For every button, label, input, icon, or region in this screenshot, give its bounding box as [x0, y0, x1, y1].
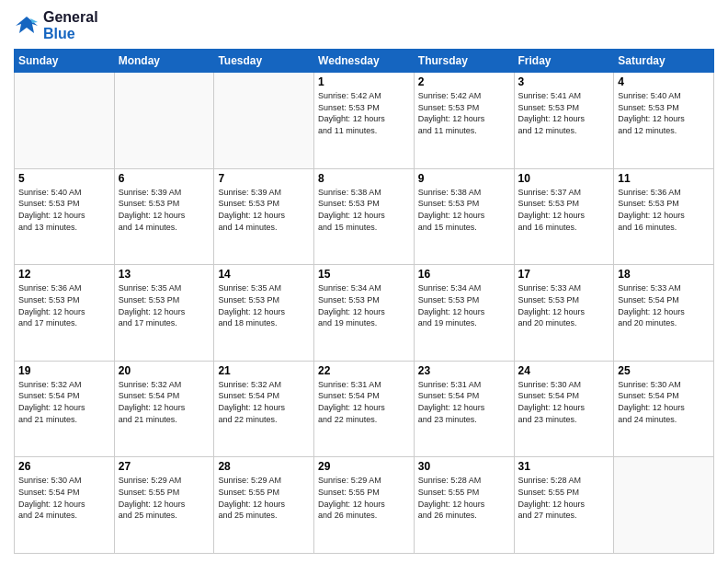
day-number: 6	[119, 172, 210, 185]
logo: General Blue	[14, 9, 98, 41]
empty-cell	[15, 73, 115, 169]
weekday-thursday: Thursday	[414, 50, 514, 73]
day-cell-15: 15Sunrise: 5:34 AM Sunset: 5:53 PM Dayli…	[314, 265, 415, 362]
day-number: 11	[618, 172, 710, 185]
cell-info: Sunrise: 5:41 AM Sunset: 5:53 PM Dayligh…	[518, 90, 610, 136]
day-number: 16	[418, 268, 510, 281]
day-number: 23	[418, 364, 510, 377]
day-cell-4: 4Sunrise: 5:40 AM Sunset: 5:53 PM Daylig…	[614, 73, 714, 169]
day-number: 5	[18, 172, 110, 185]
cell-info: Sunrise: 5:39 AM Sunset: 5:53 PM Dayligh…	[218, 187, 310, 233]
svg-marker-0	[16, 17, 38, 33]
weekday-header-row: SundayMondayTuesdayWednesdayThursdayFrid…	[15, 50, 714, 73]
day-cell-9: 9Sunrise: 5:38 AM Sunset: 5:53 PM Daylig…	[414, 168, 514, 265]
day-number: 29	[318, 460, 410, 473]
day-number: 21	[218, 364, 310, 377]
page: General Blue SundayMondayTuesdayWednesda…	[0, 0, 728, 563]
cell-info: Sunrise: 5:32 AM Sunset: 5:54 PM Dayligh…	[119, 379, 210, 425]
cell-info: Sunrise: 5:42 AM Sunset: 5:53 PM Dayligh…	[318, 90, 410, 136]
day-number: 14	[218, 268, 310, 281]
day-number: 9	[418, 172, 510, 185]
empty-cell	[614, 457, 714, 554]
day-cell-10: 10Sunrise: 5:37 AM Sunset: 5:53 PM Dayli…	[514, 168, 614, 265]
day-cell-30: 30Sunrise: 5:28 AM Sunset: 5:55 PM Dayli…	[414, 457, 514, 554]
day-number: 10	[518, 172, 610, 185]
day-cell-17: 17Sunrise: 5:33 AM Sunset: 5:53 PM Dayli…	[514, 265, 614, 362]
day-number: 20	[119, 364, 210, 377]
cell-info: Sunrise: 5:38 AM Sunset: 5:53 PM Dayligh…	[418, 187, 510, 233]
day-number: 22	[318, 364, 410, 377]
day-cell-16: 16Sunrise: 5:34 AM Sunset: 5:53 PM Dayli…	[414, 265, 514, 362]
week-row-1: 5Sunrise: 5:40 AM Sunset: 5:53 PM Daylig…	[15, 168, 714, 265]
weekday-sunday: Sunday	[15, 50, 115, 73]
cell-info: Sunrise: 5:35 AM Sunset: 5:53 PM Dayligh…	[119, 282, 210, 328]
week-row-3: 19Sunrise: 5:32 AM Sunset: 5:54 PM Dayli…	[15, 361, 714, 457]
day-cell-19: 19Sunrise: 5:32 AM Sunset: 5:54 PM Dayli…	[15, 361, 115, 457]
day-number: 3	[518, 75, 610, 88]
day-number: 15	[318, 268, 410, 281]
logo-text: General Blue	[43, 9, 98, 41]
cell-info: Sunrise: 5:40 AM Sunset: 5:53 PM Dayligh…	[618, 90, 710, 136]
day-cell-1: 1Sunrise: 5:42 AM Sunset: 5:53 PM Daylig…	[314, 73, 415, 169]
day-cell-20: 20Sunrise: 5:32 AM Sunset: 5:54 PM Dayli…	[114, 361, 214, 457]
day-cell-13: 13Sunrise: 5:35 AM Sunset: 5:53 PM Dayli…	[114, 265, 214, 362]
week-row-0: 1Sunrise: 5:42 AM Sunset: 5:53 PM Daylig…	[15, 73, 714, 169]
cell-info: Sunrise: 5:34 AM Sunset: 5:53 PM Dayligh…	[318, 282, 410, 328]
cell-info: Sunrise: 5:32 AM Sunset: 5:54 PM Dayligh…	[218, 379, 310, 425]
day-number: 12	[18, 268, 110, 281]
cell-info: Sunrise: 5:28 AM Sunset: 5:55 PM Dayligh…	[418, 475, 510, 521]
day-cell-6: 6Sunrise: 5:39 AM Sunset: 5:53 PM Daylig…	[114, 168, 214, 265]
day-cell-25: 25Sunrise: 5:30 AM Sunset: 5:54 PM Dayli…	[614, 361, 714, 457]
day-number: 4	[618, 75, 710, 88]
day-cell-31: 31Sunrise: 5:28 AM Sunset: 5:55 PM Dayli…	[514, 457, 614, 554]
day-number: 24	[518, 364, 610, 377]
day-cell-29: 29Sunrise: 5:29 AM Sunset: 5:55 PM Dayli…	[314, 457, 415, 554]
week-row-2: 12Sunrise: 5:36 AM Sunset: 5:53 PM Dayli…	[15, 265, 714, 362]
day-cell-11: 11Sunrise: 5:36 AM Sunset: 5:53 PM Dayli…	[614, 168, 714, 265]
weekday-saturday: Saturday	[614, 50, 714, 73]
empty-cell	[214, 73, 314, 169]
cell-info: Sunrise: 5:30 AM Sunset: 5:54 PM Dayligh…	[618, 379, 710, 425]
cell-info: Sunrise: 5:29 AM Sunset: 5:55 PM Dayligh…	[119, 475, 210, 521]
cell-info: Sunrise: 5:32 AM Sunset: 5:54 PM Dayligh…	[18, 379, 110, 425]
day-number: 1	[318, 75, 410, 88]
day-cell-21: 21Sunrise: 5:32 AM Sunset: 5:54 PM Dayli…	[214, 361, 314, 457]
cell-info: Sunrise: 5:39 AM Sunset: 5:53 PM Dayligh…	[119, 187, 210, 233]
day-cell-22: 22Sunrise: 5:31 AM Sunset: 5:54 PM Dayli…	[314, 361, 415, 457]
cell-info: Sunrise: 5:36 AM Sunset: 5:53 PM Dayligh…	[618, 187, 710, 233]
cell-info: Sunrise: 5:40 AM Sunset: 5:53 PM Dayligh…	[18, 187, 110, 233]
cell-info: Sunrise: 5:38 AM Sunset: 5:53 PM Dayligh…	[318, 187, 410, 233]
cell-info: Sunrise: 5:33 AM Sunset: 5:54 PM Dayligh…	[618, 282, 710, 328]
day-number: 17	[518, 268, 610, 281]
day-number: 26	[18, 460, 110, 473]
day-number: 8	[318, 172, 410, 185]
week-row-4: 26Sunrise: 5:30 AM Sunset: 5:54 PM Dayli…	[15, 457, 714, 554]
day-cell-24: 24Sunrise: 5:30 AM Sunset: 5:54 PM Dayli…	[514, 361, 614, 457]
day-number: 2	[418, 75, 510, 88]
cell-info: Sunrise: 5:29 AM Sunset: 5:55 PM Dayligh…	[318, 475, 410, 521]
day-cell-7: 7Sunrise: 5:39 AM Sunset: 5:53 PM Daylig…	[214, 168, 314, 265]
logo-icon	[14, 13, 40, 39]
cell-info: Sunrise: 5:30 AM Sunset: 5:54 PM Dayligh…	[18, 475, 110, 521]
cell-info: Sunrise: 5:42 AM Sunset: 5:53 PM Dayligh…	[418, 90, 510, 136]
cell-info: Sunrise: 5:36 AM Sunset: 5:53 PM Dayligh…	[18, 282, 110, 328]
day-cell-28: 28Sunrise: 5:29 AM Sunset: 5:55 PM Dayli…	[214, 457, 314, 554]
weekday-friday: Friday	[514, 50, 614, 73]
day-cell-3: 3Sunrise: 5:41 AM Sunset: 5:53 PM Daylig…	[514, 73, 614, 169]
cell-info: Sunrise: 5:34 AM Sunset: 5:53 PM Dayligh…	[418, 282, 510, 328]
day-number: 31	[518, 460, 610, 473]
day-number: 27	[119, 460, 210, 473]
day-cell-26: 26Sunrise: 5:30 AM Sunset: 5:54 PM Dayli…	[15, 457, 115, 554]
day-cell-8: 8Sunrise: 5:38 AM Sunset: 5:53 PM Daylig…	[314, 168, 415, 265]
day-cell-23: 23Sunrise: 5:31 AM Sunset: 5:54 PM Dayli…	[414, 361, 514, 457]
cell-info: Sunrise: 5:37 AM Sunset: 5:53 PM Dayligh…	[518, 187, 610, 233]
day-cell-18: 18Sunrise: 5:33 AM Sunset: 5:54 PM Dayli…	[614, 265, 714, 362]
day-number: 30	[418, 460, 510, 473]
weekday-monday: Monday	[114, 50, 214, 73]
day-number: 18	[618, 268, 710, 281]
day-cell-27: 27Sunrise: 5:29 AM Sunset: 5:55 PM Dayli…	[114, 457, 214, 554]
empty-cell	[114, 73, 214, 169]
day-number: 25	[618, 364, 710, 377]
day-number: 28	[218, 460, 310, 473]
day-cell-2: 2Sunrise: 5:42 AM Sunset: 5:53 PM Daylig…	[414, 73, 514, 169]
